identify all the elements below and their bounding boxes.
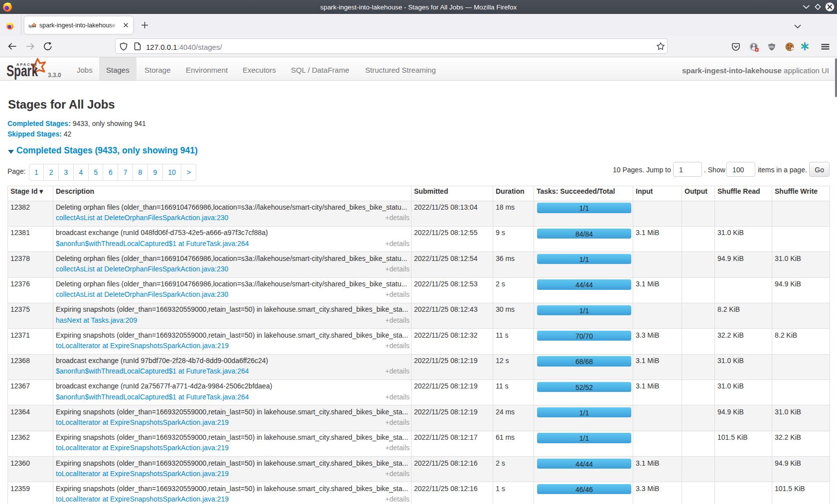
svg-text:UO: UO: [769, 45, 774, 48]
svg-text:Spark: Spark: [6, 62, 38, 80]
svg-text:Spark: Spark: [28, 24, 36, 28]
